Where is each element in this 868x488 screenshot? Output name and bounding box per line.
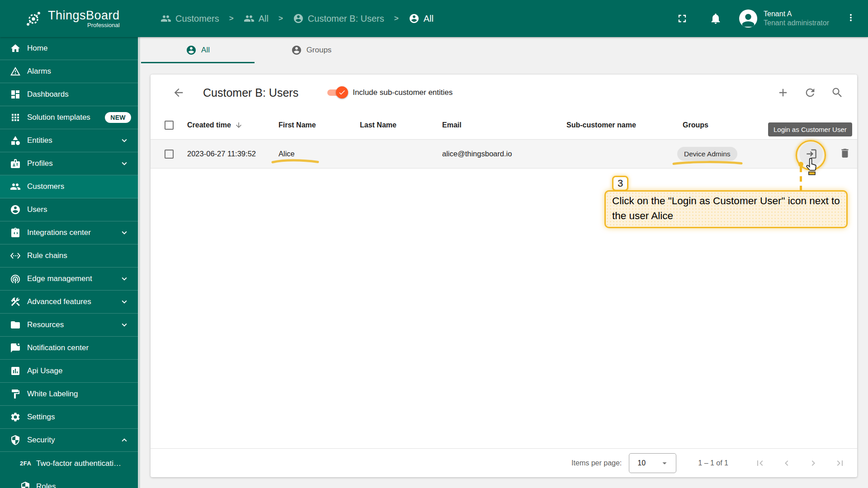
security-icon: [10, 435, 21, 446]
sidebar-item-edge-management[interactable]: Edge management: [0, 267, 140, 291]
page-range-label: 1 – 1 of 1: [698, 459, 728, 467]
sidebar-item-api-usage[interactable]: Api Usage: [0, 360, 140, 383]
login-as-customer-user-button[interactable]: [799, 142, 823, 166]
delete-user-button[interactable]: [839, 147, 851, 161]
sidebar-scrollbar[interactable]: [138, 37, 140, 488]
sidebar-item-resources[interactable]: Resources: [0, 314, 140, 337]
next-page-button[interactable]: [808, 458, 819, 469]
page-size-value: 10: [637, 459, 646, 467]
table-row[interactable]: 2023-06-27 11:39:52 Alice alice@thingsbo…: [151, 140, 857, 169]
cell-email: alice@thingsboard.io: [442, 150, 566, 158]
user-icon: [293, 13, 304, 24]
sidebar-item-home[interactable]: Home: [0, 37, 140, 60]
user-role: Tenant administrator: [764, 19, 829, 28]
sidebar-item-customers[interactable]: Customers: [0, 175, 140, 198]
sidebar-item-integrations-center[interactable]: Integrations center: [0, 221, 140, 244]
column-header-email[interactable]: Email: [442, 121, 566, 129]
column-header-first-name[interactable]: First Name: [278, 121, 360, 129]
app-edition: Professional: [48, 22, 120, 28]
sidebar-item-advanced-features[interactable]: Advanced features: [0, 291, 140, 314]
app-name: ThingsBoard: [48, 9, 120, 23]
breadcrumb-separator: [394, 14, 399, 23]
customers-icon: [244, 13, 255, 24]
sidebar-item-users[interactable]: Users: [0, 198, 140, 221]
tab-all[interactable]: All: [141, 37, 255, 63]
main-content: All Groups Customer B: Users Include sub…: [140, 37, 868, 488]
settings-icon: [10, 412, 21, 422]
breadcrumb: Customers All Customer B: Users All: [160, 13, 434, 24]
sidebar-item-roles[interactable]: Roles: [0, 475, 140, 488]
last-page-button[interactable]: [835, 458, 845, 469]
breadcrumb-label: Customers: [175, 14, 219, 24]
avatar[interactable]: [739, 9, 757, 28]
breadcrumb-separator: [278, 14, 283, 23]
column-header-groups[interactable]: Groups: [683, 121, 797, 129]
toggle-label: Include sub-customer entities: [353, 88, 453, 97]
rule-chains-icon: [10, 250, 21, 261]
more-menu-icon[interactable]: [845, 12, 856, 25]
user-icon: [409, 13, 420, 24]
advanced-features-icon: [10, 296, 21, 307]
new-badge: NEW: [105, 112, 131, 123]
back-button[interactable]: [172, 86, 185, 99]
column-header-created-time[interactable]: Created time: [187, 121, 278, 129]
search-icon[interactable]: [831, 86, 844, 99]
select-all-checkbox[interactable]: [165, 121, 174, 130]
breadcrumb-item-customers[interactable]: Customers: [160, 13, 219, 24]
breadcrumb-item-customer-b-users[interactable]: Customer B: Users: [293, 13, 384, 24]
refresh-icon[interactable]: [804, 86, 816, 99]
include-sub-customer-toggle[interactable]: [327, 89, 346, 96]
sidebar-item-label: Two-factor authenticati…: [36, 459, 121, 468]
sidebar-item-label: Customers: [27, 182, 64, 191]
sidebar-item-solution-templates[interactable]: Solution templates NEW: [0, 106, 140, 129]
breadcrumb-item-all-customers[interactable]: All: [244, 13, 269, 24]
sidebar-item-notification-center[interactable]: Notification center: [0, 337, 140, 360]
sidebar-item-settings[interactable]: Settings: [0, 406, 140, 429]
customers-icon: [10, 181, 21, 192]
sidebar-item-dashboards[interactable]: Dashboards: [0, 83, 140, 106]
sidebar-item-profiles[interactable]: Profiles: [0, 152, 140, 175]
delete-icon: [839, 147, 851, 159]
thingsboard-logo-icon: [24, 9, 43, 28]
sidebar-item-white-labeling[interactable]: White Labeling: [0, 383, 140, 406]
first-page-button[interactable]: [755, 458, 765, 469]
resources-icon: [10, 319, 21, 330]
notifications-icon[interactable]: [709, 12, 722, 25]
sidebar-item-label: Profiles: [27, 159, 53, 168]
sidebar-item-two-factor-authentication[interactable]: 2FA Two-factor authenticati…: [0, 452, 140, 475]
login-icon: [805, 148, 817, 160]
group-chip[interactable]: Device Admins: [677, 147, 737, 161]
avatar-person-icon: [739, 10, 757, 28]
column-header-sub-customer-name[interactable]: Sub-customer name: [566, 121, 683, 129]
app-logo[interactable]: ThingsBoard Professional: [0, 9, 140, 28]
fullscreen-icon[interactable]: [676, 12, 689, 25]
sidebar-item-security[interactable]: Security: [0, 429, 140, 452]
toggle-thumb: [336, 86, 348, 99]
table-header-row: Created time First Name Last Name Email …: [151, 111, 857, 140]
sidebar-item-entities[interactable]: Entities: [0, 129, 140, 152]
user-menu[interactable]: Tenant A Tenant administrator: [764, 9, 829, 28]
sidebar-item-alarms[interactable]: Alarms: [0, 60, 140, 83]
row-checkbox[interactable]: [165, 150, 174, 159]
cell-groups: Device Admins: [683, 147, 797, 161]
profiles-icon: [10, 158, 21, 169]
page-size-select[interactable]: 10: [629, 453, 676, 473]
solution-templates-icon: [10, 112, 21, 123]
add-icon[interactable]: [777, 86, 789, 99]
user-icon: [186, 45, 197, 56]
chevron-down-icon: [119, 228, 129, 238]
breadcrumb-item-all-users[interactable]: All: [409, 13, 434, 24]
sidebar-item-label: White Labeling: [27, 389, 78, 399]
entities-icon: [10, 135, 21, 146]
2fa-icon: 2FA: [20, 460, 31, 467]
sidebar-item-rule-chains[interactable]: Rule chains: [0, 244, 140, 267]
row-actions: [797, 142, 857, 166]
tab-groups[interactable]: Groups: [255, 37, 368, 63]
breadcrumb-label: All: [259, 14, 269, 24]
alarms-icon: [10, 66, 21, 77]
top-bar: ThingsBoard Professional Customers All C…: [0, 0, 868, 37]
column-header-last-name[interactable]: Last Name: [360, 121, 442, 129]
users-icon: [10, 204, 21, 215]
previous-page-button[interactable]: [781, 458, 792, 469]
table-toolbar: Customer B: Users Include sub-customer e…: [151, 75, 857, 111]
